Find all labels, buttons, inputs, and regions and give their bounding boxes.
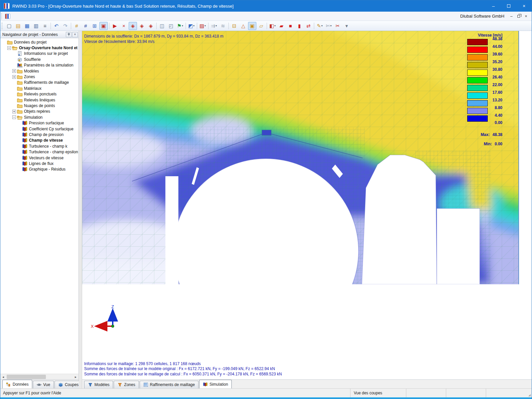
mdi-child-icon[interactable] [5,14,10,19]
redo-icon[interactable]: ↷ [61,22,69,30]
result-plane-icon[interactable]: ◈ [129,22,137,30]
tree-item-orsay-projet[interactable]: − Orsay-Ouverture haute Nord et [0,45,78,51]
tree-item-releves-lineiques[interactable]: Relevés linéiques [0,97,78,103]
tab-raffinements[interactable]: Raffinements de maillage [140,381,199,388]
clipping-box-icon[interactable]: ▣ [248,22,256,30]
box-bottom-face-icon[interactable]: ⊟ [230,22,238,30]
menu-modifier[interactable] [20,15,28,18]
tree-item-materiaux[interactable]: Matériaux [0,85,78,91]
undo-icon[interactable]: ↶ [52,22,61,30]
tab-coupes[interactable]: Coupes [55,381,82,388]
menu-aide[interactable] [79,15,86,18]
tree-item-champ-de-pression[interactable]: Champ de pression [0,132,78,137]
tree-item-parametres-simulation[interactable]: Paramètres de la simulation [0,63,78,68]
plane-forward-icon[interactable]: ◈ [147,22,155,30]
solid-display-icon[interactable]: ◧▾ [268,22,277,30]
pin-button[interactable] [66,32,71,37]
stop-simulation-icon[interactable]: × [120,22,128,30]
plane-back-icon[interactable]: ◈ [138,22,146,30]
tree-item-lignes-de-flux[interactable]: Lignes de flux [0,161,78,166]
tree-item-simulation[interactable]: − Simulation [0,114,78,120]
result-plane-xy-icon[interactable]: ▰ [277,22,286,30]
tab-donnees[interactable]: Données [2,380,32,388]
mdi-minimize-button[interactable]: – [508,13,515,20]
tree-expander[interactable]: − [7,46,11,50]
resize-grip[interactable]: ◢ [526,389,532,397]
velocity-field-view[interactable]: Dimensions de la soufflerie: Dx = 1867.6… [82,31,519,284]
tree-expander[interactable]: − [12,115,16,119]
maximize-button[interactable] [501,0,516,12]
mdi-restore-button[interactable] [515,13,522,20]
toolbar-overflow-icon[interactable]: ▾ [342,22,351,30]
mesh-settings-icon[interactable]: # [72,22,81,30]
menu-fichier[interactable] [13,15,20,18]
tree-item-champ-de-vitesse[interactable]: Champ de vitesse [0,138,78,143]
tab-modeles[interactable]: Modèles [84,381,113,388]
result-plane-xz-icon[interactable]: ■ [286,22,295,30]
panel-splitter[interactable] [79,31,82,388]
terrain-level-icon[interactable]: △ [239,22,247,30]
tree-item-icon [17,51,23,56]
layers-waves-icon[interactable]: ≋ [219,22,227,30]
print-preview-icon[interactable]: ▥ [32,22,40,30]
menu-resultats[interactable] [50,15,57,18]
plane-flip-icon[interactable]: ⇄ [304,22,313,30]
tab-vue[interactable]: Vue [33,381,54,388]
tree-item-vecteurs-vitesse[interactable]: Vecteurs de vitesse [0,155,78,161]
scroll-left-icon[interactable]: ◂ [0,374,6,380]
clipping-region-icon[interactable]: ▣ [99,22,108,30]
cut-colored-icon[interactable]: ✂ [333,22,342,30]
clip-settings-icon[interactable]: ✄▾ [325,22,333,30]
new-file-icon[interactable]: ▢ [5,22,13,30]
tree-expander[interactable]: + [12,75,16,79]
mesh-node-icon[interactable]: ⊞ [90,22,99,30]
tree-item-zones[interactable]: + Zones [0,74,78,79]
tree-expander[interactable]: + [12,110,16,113]
tree-item-releves-ponctuels[interactable]: Relevés ponctuels [0,91,78,97]
viewport-floor[interactable]: X Z Informations sur le maillage: 1 298 … [82,284,532,379]
section-hatch-icon[interactable]: ▨▾ [199,22,207,30]
tree-item-soufflerie[interactable]: Soufflerie [0,57,78,62]
menu-simulation[interactable] [42,15,50,18]
minimize-button[interactable]: – [486,0,501,12]
mesh-generate-icon[interactable]: # [81,22,90,30]
scroll-thumb[interactable] [7,375,46,379]
tree-item-nuages-de-points[interactable]: Nuages de points [0,103,78,108]
menu-inserer[interactable] [35,15,42,18]
save-icon[interactable]: ▦ [23,22,31,30]
isometric-view-icon[interactable]: ◩▾ [187,22,196,30]
tree-item-objets-reperes[interactable]: + Objets repères [0,109,78,114]
tree-item-informations-projet[interactable]: Informations sur le projet [0,51,78,57]
sidebar-hscrollbar[interactable]: ◂ ▸ [0,374,78,379]
numbering-icon[interactable]: ◰ [167,22,175,30]
tab-zones[interactable]: Zones [114,381,139,388]
scroll-right-icon[interactable]: ▸ [73,374,78,380]
mdi-close-button[interactable]: × [522,13,530,20]
tree-item-raffinements-maillage[interactable]: Raffinements de maillage [0,80,78,85]
tree-expander[interactable]: + [12,69,16,73]
paste-geometry-icon[interactable]: ▱ [257,22,265,30]
result-plane-yz-icon[interactable]: ▮ [295,22,304,30]
tree-item-turbulence-k[interactable]: Turbulence - champ k [0,143,78,149]
menu-options[interactable] [64,15,71,18]
menu-outils[interactable] [57,15,64,18]
wireframe-view-icon[interactable]: ◫ [158,22,166,30]
open-file-icon[interactable]: ▤ [14,22,22,30]
tree-item-graphique-residus[interactable]: Graphique - Résidus [0,167,78,172]
tab-simulation[interactable]: Simulation [199,380,232,388]
flow-direction-icon[interactable]: ⇉▾ [210,22,218,30]
print-icon[interactable]: ≡ [41,22,49,30]
tree-item-pression-surfacique[interactable]: Pression surfacique [0,120,78,126]
display-properties-icon[interactable]: ⚑▾ [176,22,184,30]
comment-icon[interactable]: ✎▾ [316,22,324,30]
tree-item-coefficient-cp[interactable]: Coefficient Cp surfacique [0,126,78,132]
panel-close-button[interactable]: × [72,32,78,37]
menu-vue[interactable] [28,15,35,18]
run-simulation-icon[interactable]: ▶ [111,22,119,30]
menu-fenetre[interactable] [71,15,79,18]
tree-item-turbulence-epsilon[interactable]: Turbulence - champ epsilon [0,149,78,155]
tree-item-donnees-du-projet[interactable]: Données du projet [0,39,78,45]
close-button[interactable]: × [516,0,532,12]
tree-item-modeles[interactable]: + Modèles [0,68,78,74]
toolbar-separator [208,23,208,29]
